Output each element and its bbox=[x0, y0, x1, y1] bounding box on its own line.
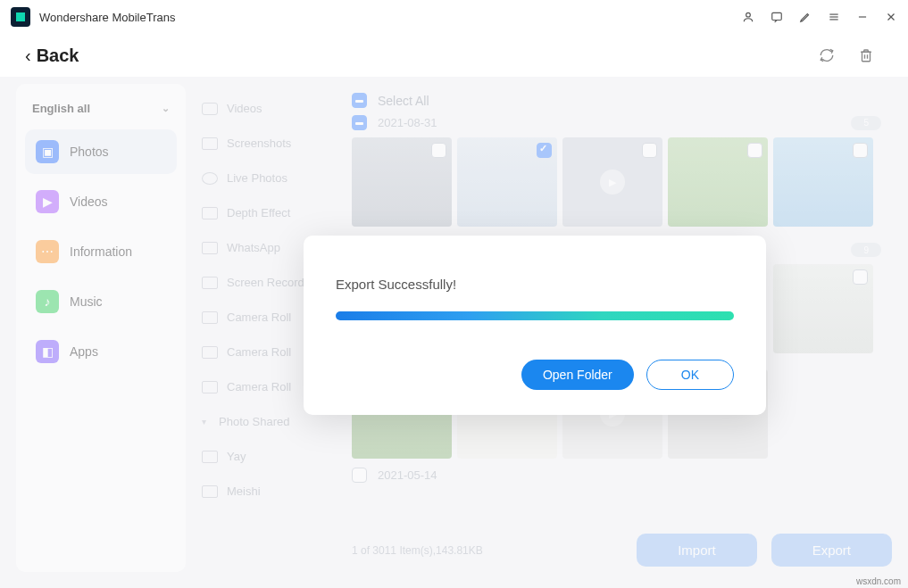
photo-thumbnail[interactable] bbox=[773, 137, 873, 227]
photo-thumbnail[interactable] bbox=[773, 264, 873, 353]
play-icon: ▶ bbox=[600, 170, 625, 195]
back-bar: ‹ Back bbox=[0, 34, 908, 77]
group-checkbox[interactable] bbox=[352, 115, 367, 130]
date-label: 2021-08-31 bbox=[378, 116, 437, 129]
import-button[interactable]: Import bbox=[637, 534, 757, 567]
date-group-row: 2021-08-31 5 bbox=[352, 112, 892, 137]
category-sidebar: English all ⌄ ▣ Photos ▶ Videos ⋯ Inform… bbox=[16, 84, 186, 572]
select-all-label: Select All bbox=[378, 94, 429, 108]
folder-label: Live Photos bbox=[227, 171, 287, 185]
folder-icon bbox=[202, 451, 218, 463]
count-badge: 5 bbox=[851, 116, 881, 130]
folder-label: Screen Recorder bbox=[227, 276, 314, 289]
sidebar-item-label: Music bbox=[70, 294, 103, 309]
refresh-icon[interactable] bbox=[819, 47, 835, 63]
app-logo bbox=[11, 7, 30, 27]
thumb-checkbox[interactable] bbox=[747, 143, 762, 158]
folder-item-screenshots[interactable]: Screenshots bbox=[198, 126, 341, 161]
language-label: English all bbox=[32, 102, 90, 115]
thumb-checkbox[interactable] bbox=[642, 143, 657, 158]
folder-label: Videos bbox=[227, 102, 262, 115]
user-icon[interactable] bbox=[742, 11, 754, 23]
modal-actions: Open Folder OK bbox=[336, 360, 734, 390]
apps-icon: ◧ bbox=[36, 340, 59, 363]
app-title: Wondershare MobileTrans bbox=[39, 11, 742, 24]
folder-label: Photo Shared bbox=[219, 415, 290, 428]
folder-item-livephotos[interactable]: Live Photos bbox=[198, 161, 341, 195]
photo-thumbnail[interactable] bbox=[668, 137, 768, 227]
sidebar-item-videos[interactable]: ▶ Videos bbox=[25, 179, 177, 224]
export-button[interactable]: Export bbox=[771, 534, 892, 567]
chevron-down-icon: ⌄ bbox=[162, 103, 170, 114]
folder-icon bbox=[202, 103, 218, 115]
open-folder-button[interactable]: Open Folder bbox=[521, 360, 634, 390]
content-footer: 1 of 3011 Item(s),143.81KB Import Export bbox=[352, 534, 892, 567]
chevron-down-icon: ▾ bbox=[202, 417, 206, 427]
folder-icon bbox=[202, 172, 218, 185]
titlebar-controls bbox=[742, 11, 897, 23]
music-icon: ♪ bbox=[36, 290, 59, 313]
edit-icon[interactable] bbox=[799, 11, 812, 23]
thumb-checkbox[interactable] bbox=[431, 143, 446, 158]
sidebar-item-label: Apps bbox=[70, 344, 98, 359]
folder-label: Depth Effect bbox=[227, 206, 290, 219]
information-icon: ⋯ bbox=[36, 240, 59, 263]
folder-icon bbox=[202, 207, 218, 219]
video-thumbnail[interactable]: ▶ bbox=[562, 137, 662, 227]
sidebar-item-label: Information bbox=[70, 244, 132, 259]
folder-label: Screenshots bbox=[227, 137, 291, 150]
folder-item-videos[interactable]: Videos bbox=[198, 91, 341, 126]
select-all-checkbox[interactable] bbox=[352, 93, 367, 108]
folder-item-yay[interactable]: Yay bbox=[198, 439, 341, 474]
photos-icon: ▣ bbox=[36, 140, 59, 163]
folder-item-deptheffect[interactable]: Depth Effect bbox=[198, 195, 341, 230]
folder-label: WhatsApp bbox=[227, 241, 280, 254]
folder-icon bbox=[202, 242, 218, 254]
sidebar-item-apps[interactable]: ◧ Apps bbox=[25, 329, 177, 374]
message-icon[interactable] bbox=[771, 11, 783, 23]
back-label[interactable]: Back bbox=[37, 46, 819, 66]
date-label: 2021-05-14 bbox=[378, 468, 437, 482]
folder-icon bbox=[202, 137, 218, 150]
folder-label: Camera Roll bbox=[227, 345, 291, 359]
count-badge: 9 bbox=[851, 243, 881, 257]
sidebar-item-information[interactable]: ⋯ Information bbox=[25, 229, 177, 274]
folder-label: Camera Roll bbox=[227, 380, 291, 393]
thumb-checkbox[interactable] bbox=[853, 269, 868, 285]
folder-icon bbox=[202, 311, 218, 324]
svg-rect-8 bbox=[862, 52, 871, 62]
modal-title: Export Successfully! bbox=[336, 277, 734, 292]
folder-item-meishi[interactable]: Meishi bbox=[198, 474, 341, 509]
thumb-checkbox[interactable] bbox=[853, 143, 868, 158]
trash-icon[interactable] bbox=[858, 47, 874, 63]
ok-button[interactable]: OK bbox=[646, 360, 734, 390]
sidebar-item-music[interactable]: ♪ Music bbox=[25, 279, 177, 324]
folder-label: Yay bbox=[227, 450, 246, 463]
folder-label: Camera Roll bbox=[227, 311, 291, 324]
language-selector[interactable]: English all ⌄ bbox=[25, 93, 177, 129]
watermark: wsxdn.com bbox=[856, 576, 901, 586]
photo-thumbnail[interactable] bbox=[457, 137, 557, 227]
date-group-row: 2021-05-14 bbox=[352, 459, 892, 492]
close-icon[interactable] bbox=[885, 11, 897, 23]
svg-rect-1 bbox=[772, 12, 782, 20]
titlebar: Wondershare MobileTrans bbox=[0, 0, 908, 34]
thumb-checkbox[interactable] bbox=[537, 143, 552, 158]
export-success-modal: Export Successfully! Open Folder OK bbox=[304, 236, 766, 415]
photo-thumbnail[interactable] bbox=[352, 137, 452, 227]
thumbnail-grid: ▶ bbox=[352, 137, 892, 227]
folder-icon bbox=[202, 485, 218, 498]
folder-icon bbox=[202, 381, 218, 393]
group-checkbox[interactable] bbox=[352, 468, 367, 483]
menu-icon[interactable] bbox=[828, 11, 840, 23]
minimize-icon[interactable] bbox=[856, 11, 869, 23]
folder-icon bbox=[202, 277, 218, 289]
back-chevron-icon[interactable]: ‹ bbox=[25, 46, 31, 66]
videos-icon: ▶ bbox=[36, 190, 59, 213]
progress-bar bbox=[336, 311, 734, 320]
select-all-row: Select All bbox=[352, 89, 892, 112]
folder-icon bbox=[202, 346, 218, 359]
sidebar-item-label: Photos bbox=[70, 145, 109, 159]
svg-point-0 bbox=[746, 12, 751, 17]
sidebar-item-photos[interactable]: ▣ Photos bbox=[25, 129, 177, 174]
